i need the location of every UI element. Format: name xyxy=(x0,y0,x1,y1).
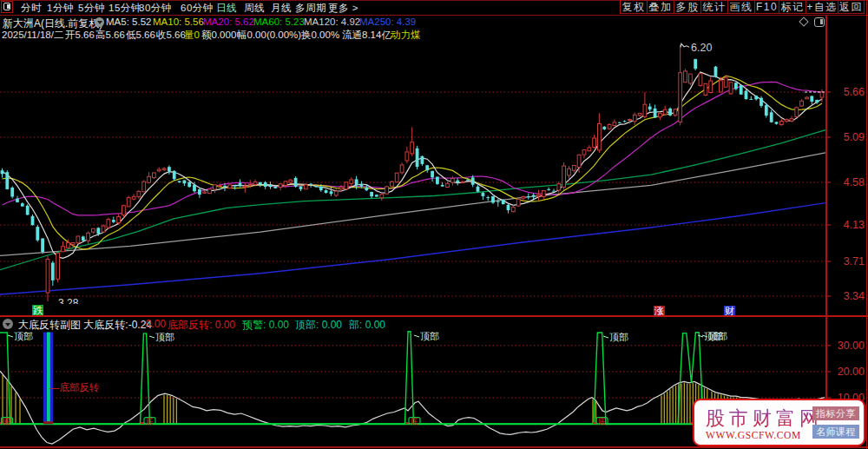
svg-text:底: 底 xyxy=(411,417,418,426)
svg-text:3.34: 3.34 xyxy=(844,290,865,302)
svg-text:30.00: 30.00 xyxy=(838,340,865,352)
svg-text:4.58: 4.58 xyxy=(844,176,865,188)
svg-text:顶部: 顶部 xyxy=(420,331,439,341)
svg-text:—底部反转: —底部反转 xyxy=(49,382,100,393)
svg-text:5.09: 5.09 xyxy=(844,131,865,143)
svg-text:顶部: 顶部 xyxy=(155,332,174,342)
svg-text:←3.28: ←3.28 xyxy=(48,297,79,304)
svg-text:底: 底 xyxy=(3,417,10,426)
svg-text:顶部: 顶部 xyxy=(609,332,628,342)
svg-text:6.20: 6.20 xyxy=(691,42,712,54)
svg-text:5.66: 5.66 xyxy=(844,86,865,98)
svg-text:顶部: 顶部 xyxy=(708,331,727,341)
svg-text:4.13: 4.13 xyxy=(844,219,865,231)
svg-text:底: 底 xyxy=(598,417,606,426)
svg-text:3.71: 3.71 xyxy=(844,255,865,267)
svg-text:顶部: 顶部 xyxy=(14,331,33,341)
svg-text:20.00: 20.00 xyxy=(838,366,865,378)
svg-text:底: 底 xyxy=(146,417,154,426)
